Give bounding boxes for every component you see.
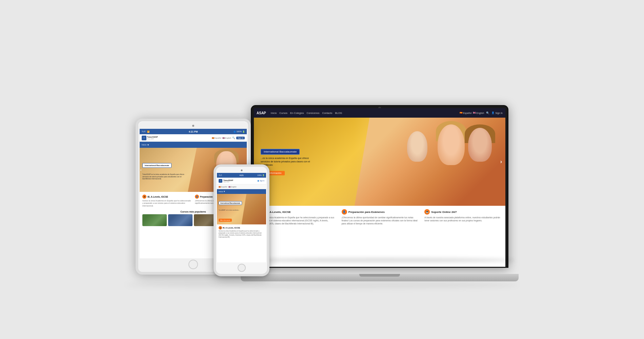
tablet-search-icon[interactable]: 🔍	[232, 137, 235, 139]
phone-signin-button[interactable]: 👤 Sign In	[257, 180, 264, 182]
phone-body: TUT. 4:21 100% 🔋 T TutorASAP Since 1997	[214, 164, 269, 276]
tablet-feature-2-icon: 👤	[195, 195, 199, 199]
tablet-time: 4:21 PM	[189, 131, 198, 133]
phone-language-bar: 🇪🇸 Español 🇬🇧 English	[217, 184, 266, 189]
laptop-screen: ASAP Inicio Cursos En Colegios Conócenos…	[254, 108, 505, 267]
tablet-navbar: T TutorASAP Since 1997 🇪🇸 Español 🇬🇧 Eng…	[140, 134, 247, 142]
tablet-course-image-2[interactable]	[168, 214, 193, 226]
tablet-english-btn[interactable]: 🇬🇧 English	[222, 137, 231, 139]
tablet-status-right: 🔵 100% 🔋	[234, 131, 245, 133]
laptop-hero-face2	[468, 128, 492, 162]
tablet-battery-icon: 🔋	[242, 131, 245, 133]
tablet-course-image-1[interactable]	[142, 214, 167, 226]
phone-spanish-lang[interactable]: 🇪🇸 Español	[219, 186, 227, 188]
laptop-hero-next-icon[interactable]: ›	[500, 159, 502, 165]
phone-feature-header: 🎓 IB, A-Levels, IGCSE	[219, 226, 264, 230]
tablet-feature-1: 🎓 IB, A-Levels, IGCSE Somos la única Aca…	[142, 195, 192, 207]
phone-navbar: T TutorASAP Since 1997 👤 Sign In	[217, 178, 266, 184]
laptop-feature-2-title: Preparación para Exámenes	[348, 211, 385, 214]
laptop-nav-colegios[interactable]: En Colegios	[290, 112, 304, 115]
laptop-nav-blog[interactable]: BLOG	[335, 112, 342, 115]
tablet-home-button[interactable]	[188, 260, 198, 269]
phone-dropdown-arrow-icon: ▾	[224, 190, 225, 193]
tablet-status-left: TUT. 📶	[142, 131, 149, 133]
tablet-feature-1-icon: 🎓	[142, 195, 146, 199]
phone-logo-since: Since 1997	[223, 181, 233, 183]
tablet-hero-prev-icon[interactable]: ‹	[140, 168, 141, 172]
phone-hero-overlay	[242, 194, 266, 224]
laptop-nav-conocenos[interactable]: Conócenos	[307, 112, 320, 115]
laptop-feature-3-text: A través de nuestra avanzada plataforma …	[424, 216, 501, 222]
tablet-spanish-btn[interactable]: 🇪🇸 Español	[212, 137, 221, 139]
phone-content: 🎓 IB, A-Levels, IGCSE Somos la única Aca…	[217, 224, 266, 241]
phone-battery-pct: 100%	[257, 174, 262, 176]
phone-status-right: 100% 🔋	[257, 174, 264, 176]
phone-dropdown-label: Inicio	[219, 191, 223, 193]
tablet-battery: 100%	[237, 131, 242, 133]
tablet-wifi-icon: 📶	[147, 131, 149, 133]
tablet-feature-1-header: 🎓 IB, A-Levels, IGCSE	[142, 195, 192, 199]
laptop-signin-button[interactable]: 👤 Sign In	[491, 112, 503, 114]
laptop-navbar: ASAP Inicio Cursos En Colegios Conócenos…	[254, 108, 505, 118]
phone-battery-icon: 🔋	[262, 174, 264, 176]
tablet-logo-since: Since 1997	[147, 138, 158, 140]
laptop-hero-face1	[438, 124, 465, 165]
phone-hero-cta-button[interactable]: Más información	[219, 219, 232, 222]
tablet-status-bar: TUT. 📶 4:21 PM 🔵 100% 🔋	[140, 129, 247, 134]
laptop-feature-1-header: 🎓 IB, A-Levels, IGCSE	[259, 209, 335, 215]
phone-status-bar: TUT. 4:21 100% 🔋	[217, 173, 266, 178]
laptop-english-lang[interactable]: 🇬🇧 English	[473, 112, 484, 114]
phone-hero-badge: International Baccalaureate	[219, 201, 242, 205]
laptop-nav-inicio[interactable]: Inicio	[271, 112, 277, 115]
laptop-feature-1: 🎓 IB, A-Levels, IGCSE Somos la única Aca…	[259, 209, 335, 225]
tablet-bluetooth-icon: 🔵	[234, 131, 236, 133]
phone-feature-text: Somos la única Academia en España que ha…	[219, 230, 264, 238]
tablet-feature-1-title: IB, A-Levels, IGCSE	[147, 196, 168, 198]
phone-carrier: TUT.	[219, 174, 222, 176]
laptop-feature-3-icon: 💻	[424, 209, 430, 215]
tablet-logo-text: TutorASAP Since 1997	[147, 136, 158, 140]
tablet-hero-text: TutorASAP es la única academia de España…	[142, 173, 190, 180]
laptop-feature-1-text: Somos la única Academia en España que ha…	[259, 216, 335, 225]
tablet-logo-icon: T	[142, 136, 146, 140]
phone-logo-text: TutorASAP Since 1997	[223, 179, 233, 183]
tablet-dropdown-arrow-icon: ▾	[147, 143, 149, 146]
tablet-dropdown-label: Inicio	[142, 144, 146, 146]
phone-camera	[241, 170, 242, 171]
laptop-language-switcher: 🇪🇸 Español 🇬🇧 English	[460, 112, 484, 114]
laptop-feature-3-header: 💻 Soporte Online 24/7	[424, 209, 501, 215]
laptop-body: ASAP Inicio Cursos En Colegios Conócenos…	[251, 105, 508, 268]
laptop-shadow	[244, 258, 515, 263]
phone-home-button[interactable]	[238, 264, 246, 272]
tablet-feature-1-text: Somos la única Academia en España que ha…	[142, 200, 192, 207]
device-showcase: ASAP Inicio Cursos En Colegios Conócenos…	[136, 37, 508, 302]
tablet-camera	[192, 125, 194, 127]
laptop-feature-2-text: ¡Ofrecemos la última oportunidad de camb…	[342, 216, 418, 225]
phone-nav-right: 👤 Sign In	[257, 180, 264, 182]
phone-logo-icon: T	[219, 179, 222, 183]
tablet-hero-badge: International Baccalaureate	[142, 163, 172, 168]
laptop-hero-badge: International Baccalaureate	[261, 149, 300, 155]
laptop-nav-items: Inicio Cursos En Colegios Conócenos Cont…	[271, 112, 458, 115]
laptop-base	[241, 274, 519, 281]
phone-english-lang[interactable]: 🇬🇧 English	[228, 186, 236, 188]
laptop-hero-person3	[407, 131, 427, 162]
laptop-nav-contacto[interactable]: Contacto	[322, 112, 332, 115]
tablet-menu-dropdown[interactable]: Inicio ▾	[140, 142, 247, 148]
laptop-feature-3: 💻 Soporte Online 24/7 A través de nuestr…	[424, 209, 501, 225]
laptop-feature-3-title: Soporte Online 24/7	[431, 211, 457, 214]
phone-menu-dropdown[interactable]: Inicio ▾	[217, 189, 266, 194]
laptop-spanish-lang[interactable]: 🇪🇸 Español	[460, 112, 471, 114]
phone-time: 4:21	[239, 174, 243, 176]
laptop-search-icon[interactable]: 🔍	[486, 112, 489, 115]
laptop-feature-2-icon: 👤	[342, 209, 347, 215]
tablet-signin-button[interactable]: Sign In	[236, 137, 245, 139]
laptop-logo: ASAP	[257, 111, 266, 115]
laptop-nav-cursos[interactable]: Cursos	[279, 112, 287, 115]
phone-feature-icon: 🎓	[219, 226, 222, 230]
laptop-feature-2: 👤 Preparación para Exámenes ¡Ofrecemos l…	[342, 209, 418, 225]
surface-shadow	[125, 281, 519, 288]
phone-screen: TUT. 4:21 100% 🔋 T TutorASAP Since 1997	[217, 173, 266, 262]
tablet-logo: T TutorASAP Since 1997	[142, 136, 158, 140]
phone-hero-text: TutorASAP es la única academia...	[219, 209, 240, 211]
